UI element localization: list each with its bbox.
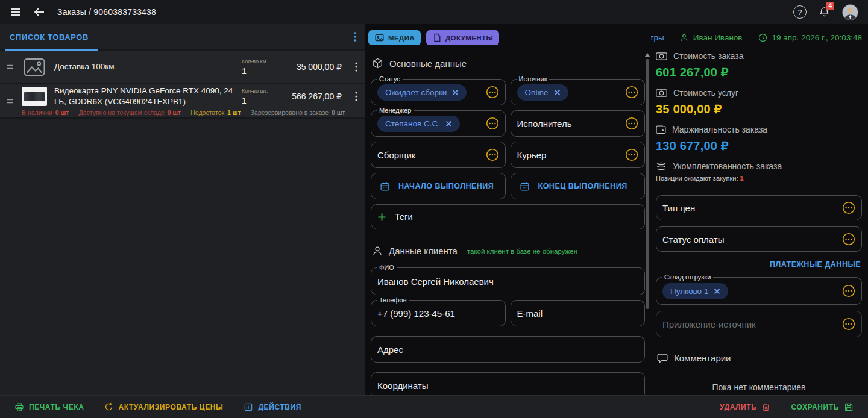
warehouse-chip[interactable]: Пулково 1 [662, 283, 728, 299]
product-row: Доставка 100км Кол-во км. 1 35 000,00 ₽ [0, 51, 365, 84]
order-cost-value: 601 267,00 ₽ [656, 65, 862, 80]
back-arrow-icon[interactable] [34, 7, 45, 17]
save-button[interactable]: СОХРАНИТЬ [791, 402, 854, 412]
stock-badge: Доступно на текущем складе0 шт [78, 109, 181, 116]
help-icon[interactable]: ? [793, 5, 807, 19]
chip-close-icon[interactable] [714, 288, 720, 295]
stock-badge: В наличии0 шт [22, 109, 69, 116]
content-area: СПИСОК ТОВАРОВ Доставка 100км Кол-в [0, 24, 868, 395]
shipping-warehouse-field[interactable]: Склад отгрузки Пулково 1 [656, 277, 862, 305]
ellipsis-options-icon[interactable] [486, 117, 499, 130]
cube-icon [372, 57, 383, 69]
ellipsis-options-icon[interactable] [842, 201, 855, 214]
phone-value: +7 (999) 123-45-61 [377, 308, 455, 319]
product-row-kebab-icon[interactable] [342, 92, 357, 101]
printer-icon [14, 402, 24, 412]
client-not-found-note: такой клиент в базе не обнаружен [467, 248, 577, 255]
source-chip[interactable]: Online [517, 84, 568, 101]
status-chip[interactable]: Ожидает сборки [377, 84, 467, 101]
product-row: Видеокарта PNY NVIDIA GeForce RTX 4090, … [0, 84, 365, 119]
payment-status-field[interactable]: Статус оплаты [656, 226, 862, 252]
start-execution-button[interactable]: НАЧАЛО ВЫПОЛНЕНИЯ [371, 173, 506, 199]
products-panel-kebab-icon[interactable] [354, 32, 356, 42]
media-button[interactable]: МЕДИА [368, 30, 421, 45]
payment-data-link[interactable]: ПЛАТЕЖНЫЕ ДАННЫЕ [657, 260, 861, 269]
stock-badge: Зарезервировано в заказе0 шт [251, 109, 345, 116]
address-field[interactable]: Адрес [371, 336, 645, 363]
phone-field[interactable]: Телефон +7 (999) 123-45-61 [371, 300, 506, 326]
products-panel: СПИСОК ТОВАРОВ Доставка 100км Кол-в [0, 24, 365, 395]
order-datetime: 19 апр. 2026 г., 20:03:48 [758, 33, 862, 42]
price-type-field[interactable]: Тип цен [656, 195, 862, 220]
ellipsis-options-icon[interactable] [625, 117, 638, 130]
ellipsis-options-icon[interactable] [486, 148, 499, 161]
person-icon [680, 33, 688, 42]
documents-button[interactable]: ДОКУМЕНТЫ [426, 30, 499, 45]
user-avatar[interactable] [842, 4, 858, 20]
manager-chip[interactable]: Степанов С.С. [377, 116, 460, 132]
clock-icon [758, 33, 767, 42]
ellipsis-options-icon[interactable] [842, 284, 855, 298]
media-toolbar: МЕДИА ДОКУМЕНТЫ [365, 24, 651, 51]
ellipsis-options-icon[interactable] [625, 86, 638, 99]
product-price: 35 000,00 ₽ [279, 62, 342, 72]
product-row-kebab-icon[interactable] [342, 62, 357, 72]
chat-bubble-icon [657, 353, 668, 363]
photo-icon [374, 33, 385, 43]
scroll-up-arrow[interactable] [645, 53, 650, 57]
product-name: Доставка 100км [54, 61, 238, 72]
coordinates-field[interactable]: Координаты [371, 372, 645, 395]
trash-icon [761, 402, 770, 412]
hamburger-menu-icon[interactable] [10, 6, 22, 18]
product-price: 566 267,00 ₽ [279, 92, 342, 101]
order-author: Иван Иванов [680, 33, 743, 42]
order-form: Основные данные Статус Ожидает сборки [365, 51, 651, 395]
product-quantity: Кол-во шт. 1 [242, 88, 279, 105]
delete-button[interactable]: УДАЛИТЬ [720, 402, 770, 412]
order-meta-bar: Просмотры Иван Иванов 19 апр. 2026 г., 2… [656, 24, 862, 51]
person-icon [372, 245, 383, 257]
fio-field[interactable]: ФИО Иванов Сергей Николаевич [371, 267, 645, 295]
app-source-field[interactable]: Приложение-источник [656, 311, 862, 337]
ellipsis-options-icon[interactable] [842, 317, 855, 331]
tags-field[interactable]: Теги [371, 204, 645, 229]
stock-status-line: В наличии0 шт Доступно на текущем складе… [17, 109, 357, 116]
executor-field[interactable]: Исполнитель [511, 110, 646, 137]
chip-close-icon[interactable] [445, 120, 452, 127]
drag-handle-icon[interactable] [6, 64, 17, 69]
source-field[interactable]: Источник Online [511, 79, 646, 105]
manager-field[interactable]: Менеджер Степанов С.С. [371, 110, 506, 137]
status-field[interactable]: Статус Ожидает сборки [371, 79, 506, 105]
order-form-panel: МЕДИА ДОКУМЕНТЫ Основные данные Статус [365, 24, 651, 395]
chip-close-icon[interactable] [554, 89, 561, 96]
end-execution-button[interactable]: КОНЕЦ ВЫПОЛНЕНИЯ [511, 173, 646, 199]
awaiting-purchase-note: Позиции ожидают закупки: 1 [656, 175, 862, 182]
tab-products-list[interactable]: СПИСОК ТОВАРОВ [5, 24, 98, 51]
scrollbar-thumb[interactable] [646, 59, 649, 309]
update-prices-button[interactable]: АКТУАЛИЗИРОВАТЬ ЦЕНЫ [104, 402, 223, 411]
form-scrollbar [644, 53, 650, 309]
ellipsis-options-icon[interactable] [486, 86, 499, 99]
chip-close-icon[interactable] [452, 89, 459, 96]
assembler-field[interactable]: Сборщик [371, 142, 506, 168]
product-row-content: Видеокарта PNY NVIDIA GeForce RTX 4090, … [17, 87, 357, 115]
notification-count-badge: 4 [826, 2, 834, 10]
main-data-header: Основные данные [372, 57, 644, 69]
actions-button[interactable]: ДЕЙСТВИЯ [244, 402, 301, 412]
calendar-icon [520, 181, 530, 192]
print-receipt-button[interactable]: ПЕЧАТЬ ЧЕКА [14, 402, 84, 412]
ellipsis-options-icon[interactable] [625, 148, 638, 161]
courier-field[interactable]: Курьер [511, 142, 646, 168]
fio-value: Иванов Сергей Николаевич [377, 276, 494, 287]
banknote-icon [656, 89, 667, 98]
notifications-bell-icon[interactable]: 4 [819, 6, 830, 18]
email-field[interactable]: E-mail [511, 300, 646, 326]
order-page: Заказы / 9060383733438 ? 4 СПИСОК ТОВАРО… [0, 0, 868, 418]
drag-handle-icon[interactable] [6, 99, 17, 104]
awaiting-purchase-count: 1 [740, 175, 744, 182]
refresh-icon [104, 402, 113, 411]
calendar-icon [380, 181, 390, 192]
banknote-icon [656, 52, 667, 61]
services-cost-stat: Стоимость услуг 35 000,00 ₽ [656, 88, 862, 117]
ellipsis-options-icon[interactable] [842, 232, 855, 246]
